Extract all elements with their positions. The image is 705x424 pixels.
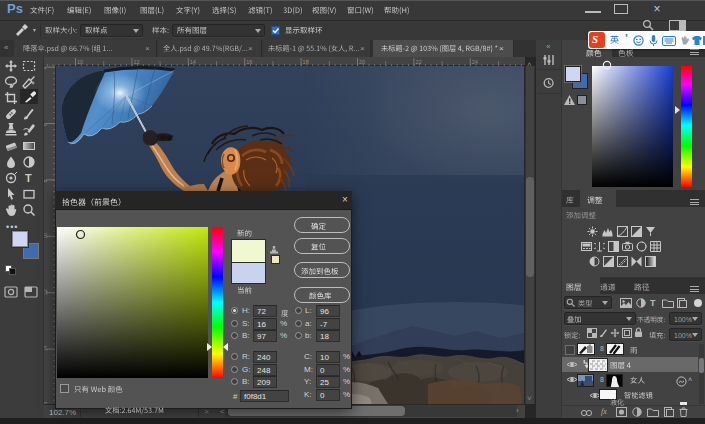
svg-text:20: 20 <box>359 59 365 65</box>
svg-text:18: 18 <box>303 59 309 65</box>
svg-text:24: 24 <box>472 59 478 65</box>
svg-text:22: 22 <box>415 59 421 65</box>
svg-text:12: 12 <box>133 59 139 65</box>
svg-text:16: 16 <box>246 59 252 65</box>
svg-text:12: 12 <box>44 289 48 295</box>
svg-text:10: 10 <box>44 233 48 239</box>
svg-text:14: 14 <box>190 59 196 65</box>
svg-text:6: 6 <box>44 123 48 126</box>
svg-text:14: 14 <box>44 345 48 351</box>
svg-text:10: 10 <box>77 59 83 65</box>
svg-text:8: 8 <box>44 179 48 182</box>
svg-text:4: 4 <box>44 67 48 70</box>
